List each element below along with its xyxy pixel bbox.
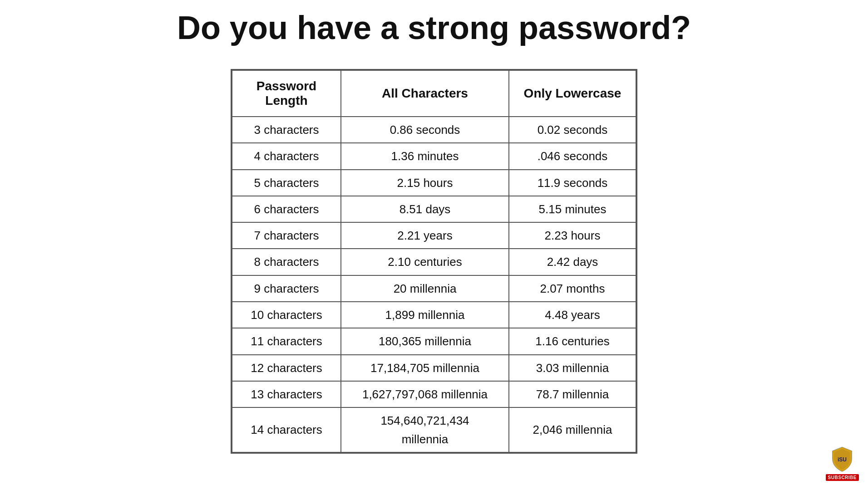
cell-all-characters: 2.10 centuries: [341, 249, 509, 275]
cell-only-lowercase: 78.7 millennia: [509, 381, 636, 407]
cell-password-length: 6 characters: [232, 196, 341, 222]
cell-all-characters: 1,899 millennia: [341, 302, 509, 328]
table-row: 3 characters0.86 seconds0.02 seconds: [232, 117, 636, 143]
cell-only-lowercase: 2,046 millennia: [509, 407, 636, 452]
cell-all-characters: 20 millennia: [341, 275, 509, 302]
cell-only-lowercase: 5.15 minutes: [509, 196, 636, 222]
cell-all-characters: 17,184,705 millennia: [341, 355, 509, 381]
cell-only-lowercase: 1.16 centuries: [509, 328, 636, 354]
table-row: 10 characters1,899 millennia4.48 years: [232, 302, 636, 328]
cell-only-lowercase: 2.23 hours: [509, 222, 636, 249]
table-row: 7 characters2.21 years2.23 hours: [232, 222, 636, 249]
table-row: 14 characters154,640,721,434 millennia2,…: [232, 407, 636, 452]
cell-password-length: 5 characters: [232, 170, 341, 196]
svg-text:iSU: iSU: [838, 456, 847, 463]
cell-all-characters: 2.15 hours: [341, 170, 509, 196]
cell-only-lowercase: 2.07 months: [509, 275, 636, 302]
col-header-all-characters: All Characters: [341, 70, 509, 117]
cell-all-characters: 154,640,721,434 millennia: [341, 407, 509, 452]
cell-password-length: 8 characters: [232, 249, 341, 275]
table-row: 11 characters180,365 millennia1.16 centu…: [232, 328, 636, 354]
col-header-password-length: Password Length: [232, 70, 341, 117]
password-table-wrapper: Password Length All Characters Only Lowe…: [231, 69, 637, 454]
cell-password-length: 14 characters: [232, 407, 341, 452]
cell-all-characters: 180,365 millennia: [341, 328, 509, 354]
cell-only-lowercase: 4.48 years: [509, 302, 636, 328]
cell-only-lowercase: 3.03 millennia: [509, 355, 636, 381]
cell-only-lowercase: 0.02 seconds: [509, 117, 636, 143]
cell-password-length: 13 characters: [232, 381, 341, 407]
table-row: 6 characters8.51 days5.15 minutes: [232, 196, 636, 222]
cell-password-length: 7 characters: [232, 222, 341, 249]
cell-password-length: 4 characters: [232, 143, 341, 169]
table-row: 5 characters2.15 hours11.9 seconds: [232, 170, 636, 196]
table-row: 12 characters17,184,705 millennia3.03 mi…: [232, 355, 636, 381]
cell-all-characters: 1,627,797,068 millennia: [341, 381, 509, 407]
logo-area: iSU SUBSCRIBE: [826, 445, 859, 481]
cell-only-lowercase: 2.42 days: [509, 249, 636, 275]
cell-all-characters: 0.86 seconds: [341, 117, 509, 143]
cell-only-lowercase: .046 seconds: [509, 143, 636, 169]
cell-all-characters: 2.21 years: [341, 222, 509, 249]
cell-password-length: 12 characters: [232, 355, 341, 381]
table-row: 9 characters20 millennia2.07 months: [232, 275, 636, 302]
col-header-only-lowercase: Only Lowercase: [509, 70, 636, 117]
cell-password-length: 9 characters: [232, 275, 341, 302]
subscribe-badge[interactable]: SUBSCRIBE: [826, 474, 859, 481]
cell-all-characters: 8.51 days: [341, 196, 509, 222]
page-title: Do you have a strong password?: [177, 9, 691, 46]
cell-password-length: 3 characters: [232, 117, 341, 143]
cell-password-length: 11 characters: [232, 328, 341, 354]
cell-password-length: 10 characters: [232, 302, 341, 328]
table-row: 13 characters1,627,797,068 millennia78.7…: [232, 381, 636, 407]
logo-shield-icon: iSU: [829, 445, 856, 472]
cell-only-lowercase: 11.9 seconds: [509, 170, 636, 196]
password-strength-table: Password Length All Characters Only Lowe…: [232, 70, 636, 453]
cell-all-characters: 1.36 minutes: [341, 143, 509, 169]
table-row: 4 characters1.36 minutes.046 seconds: [232, 143, 636, 169]
table-row: 8 characters2.10 centuries2.42 days: [232, 249, 636, 275]
